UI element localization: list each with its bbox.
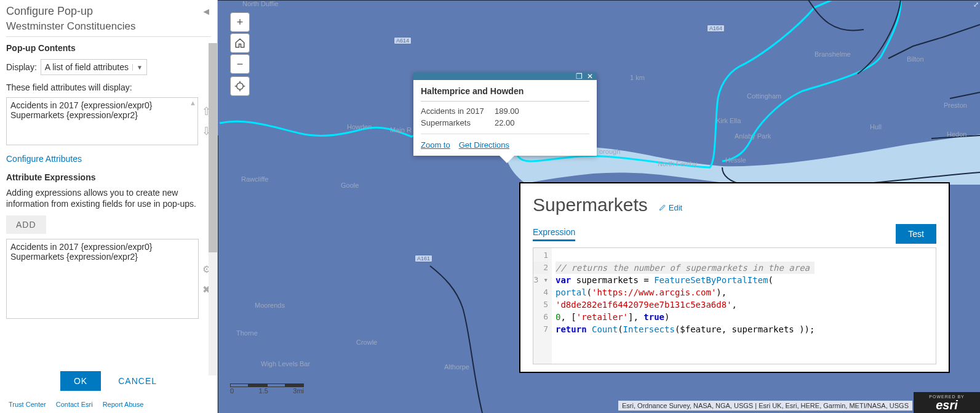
zoom-to-link[interactable]: Zoom to: [421, 140, 450, 150]
home-button[interactable]: [230, 33, 250, 53]
ok-button[interactable]: OK: [60, 371, 101, 391]
display-label: Display:: [6, 62, 37, 72]
map-view[interactable]: North DuffieHowdenMain RGooleRawcliffeTh…: [218, 0, 980, 413]
pencil-icon: [659, 204, 666, 211]
expression-tab[interactable]: Expression: [533, 227, 575, 241]
code-line: return Count(Intersects($feature, superm…: [556, 323, 815, 335]
layer-name: Westminster Constituencies: [6, 20, 211, 37]
add-expression-button[interactable]: ADD: [6, 215, 46, 234]
chevron-down-icon: ▼: [132, 64, 146, 71]
code-content[interactable]: // returns the number of supermarkets in…: [552, 248, 818, 364]
trust-center-link[interactable]: Trust Center: [9, 401, 46, 408]
scale-tick: 3mi: [293, 387, 304, 395]
feature-popup: ❐ ✕ Haltemprice and Howden Accidents in …: [413, 73, 597, 156]
code-gutter: 123 ▾4567: [533, 248, 552, 364]
expression-list-item[interactable]: Supermarkets {expression/expr2}: [10, 252, 194, 262]
code-line: // returns the number of supermarkets in…: [556, 262, 815, 274]
zoom-in-button[interactable]: +: [230, 12, 250, 32]
configure-popup-panel: Configure Pop-up ◄ Westminster Constitue…: [0, 0, 218, 413]
zoom-out-button[interactable]: −: [230, 54, 250, 74]
popup-row: Supermarkets 22.00: [421, 118, 589, 127]
popup-field-value: 22.00: [495, 118, 515, 127]
arcade-editor: Supermarkets Edit Expression Test 123 ▾4…: [519, 182, 950, 373]
contact-esri-link[interactable]: Contact Esri: [56, 401, 93, 408]
configure-attributes-link[interactable]: Configure Attributes: [6, 154, 82, 164]
popup-field-label: Accidents in 2017: [421, 106, 495, 116]
locate-button[interactable]: [230, 76, 250, 96]
code-line: var supermarkets = FeatureSetByPortalIte…: [556, 274, 815, 286]
expression-list[interactable]: Accidents in 2017 {expression/expr0} Sup…: [6, 239, 199, 319]
report-abuse-link[interactable]: Report Abuse: [103, 401, 144, 408]
get-directions-link[interactable]: Get Directions: [459, 140, 509, 150]
sidebar-scrollbar[interactable]: [209, 43, 217, 375]
collapse-panel-icon[interactable]: ◄: [201, 6, 211, 17]
code-line: 0, ['retailer'], true): [556, 311, 815, 323]
svg-point-1: [237, 83, 244, 90]
expression-list-item[interactable]: Accidents in 2017 {expression/expr0}: [10, 242, 194, 252]
fields-help-text: These field attributes will display:: [6, 82, 211, 92]
edit-title-link[interactable]: Edit: [659, 203, 682, 212]
map-attribution: Esri, Ordnance Survey, NASA, NGA, USGS |…: [618, 401, 912, 411]
popup-feature-title: Haltemprice and Howden: [421, 86, 589, 102]
display-dropdown[interactable]: A list of field attributes ▼: [41, 59, 147, 75]
expression-title: Supermarkets: [533, 194, 648, 215]
field-list-item[interactable]: Accidents in 2017 {expression/expr0}: [10, 100, 194, 110]
scroll-up-icon[interactable]: ▲: [189, 99, 196, 106]
code-line: portal('https://www.arcgis.com'),: [556, 286, 815, 299]
popup-contents-heading: Pop-up Contents: [6, 43, 211, 53]
scale-tick: 0: [230, 387, 234, 395]
code-line: 'd8de282e1f6442079ee7b131c5e3a6d8',: [556, 299, 815, 311]
display-dropdown-value: A list of field attributes: [41, 62, 132, 72]
popup-field-label: Supermarkets: [421, 118, 495, 127]
maximize-icon[interactable]: ❐: [575, 73, 583, 79]
test-button[interactable]: Test: [896, 224, 936, 244]
scale-bar: 0 1.5 3mi: [230, 383, 304, 395]
field-list-item[interactable]: Supermarkets {expression/expr2}: [10, 110, 194, 120]
esri-logo: POWERED BY esri: [914, 392, 980, 413]
cancel-button[interactable]: CANCEL: [118, 371, 157, 391]
popup-row: Accidents in 2017 189.00: [421, 106, 589, 116]
popup-field-value: 189.00: [495, 106, 519, 116]
panel-title: Configure Pop-up: [6, 5, 93, 18]
code-line: [556, 249, 815, 262]
scale-tick: 1.5: [259, 387, 268, 395]
code-editor[interactable]: 123 ▾4567 // returns the number of super…: [533, 247, 936, 364]
attribute-expressions-desc: Adding expressions allows you to create …: [6, 187, 211, 209]
field-list[interactable]: Accidents in 2017 {expression/expr0} Sup…: [6, 97, 198, 145]
attribute-expressions-heading: Attribute Expressions: [6, 172, 211, 182]
close-icon[interactable]: ✕: [586, 73, 594, 79]
expand-map-icon[interactable]: ⤢: [971, 0, 980, 9]
